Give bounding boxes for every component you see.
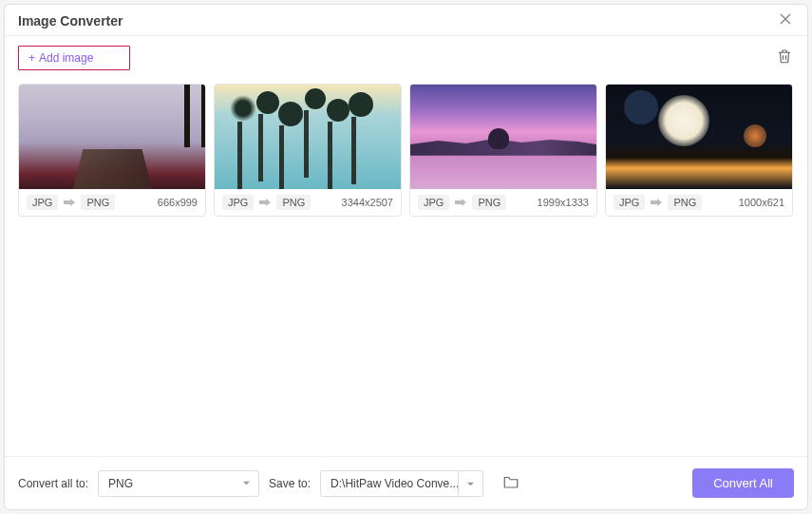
image-meta: JPG PNG 3344x2507 (215, 189, 401, 216)
arrow-right-icon (259, 198, 271, 207)
format-group: JPG PNG (222, 195, 311, 210)
target-format-badge[interactable]: PNG (276, 195, 311, 210)
close-button[interactable] (777, 12, 794, 29)
toolbar: + Add image (5, 36, 807, 78)
source-format-badge: JPG (418, 195, 449, 210)
footer: Convert all to: PNG Save to: D:\HitPaw V… (5, 456, 807, 509)
source-format-badge: JPG (222, 195, 254, 210)
convert-all-button[interactable]: Convert All (692, 468, 794, 498)
save-to-label: Save to: (269, 477, 311, 490)
image-dimensions: 666x999 (158, 197, 198, 208)
add-image-button[interactable]: + Add image (18, 46, 130, 70)
image-card[interactable]: JPG PNG 666x999 (18, 84, 206, 217)
image-thumbnail (215, 85, 401, 189)
format-group: JPG PNG (614, 195, 702, 210)
plus-icon: + (28, 51, 35, 65)
delete-all-button[interactable] (775, 48, 794, 67)
source-format-badge: JPG (27, 195, 58, 210)
target-format-badge[interactable]: PNG (81, 195, 115, 210)
image-meta: JPG PNG 1000x621 (606, 189, 792, 216)
image-thumbnail (19, 85, 205, 189)
output-format-select[interactable]: PNG (98, 470, 259, 497)
format-group: JPG PNG (418, 195, 506, 210)
output-format-value: PNG (108, 477, 133, 490)
format-group: JPG PNG (27, 195, 115, 210)
save-path-dropdown-button[interactable] (459, 470, 483, 497)
source-format-badge: JPG (614, 195, 645, 210)
image-meta: JPG PNG 666x999 (19, 189, 205, 216)
window-title: Image Converter (18, 13, 123, 29)
image-thumbnail (410, 85, 596, 189)
arrow-right-icon (64, 198, 75, 207)
image-converter-window: Image Converter + Add image JPG PNG (4, 4, 808, 510)
arrow-right-icon (651, 198, 662, 207)
save-path-value: D:\HitPaw Video Conve... (330, 477, 459, 490)
image-dimensions: 3344x2507 (342, 197, 393, 208)
save-path-group: D:\HitPaw Video Conve... (320, 470, 483, 497)
titlebar: Image Converter (5, 5, 807, 36)
image-card[interactable]: JPG PNG 3344x2507 (214, 84, 402, 217)
convert-all-to-label: Convert all to: (18, 477, 88, 490)
trash-icon (776, 48, 793, 68)
image-card[interactable]: JPG PNG 1999x1333 (409, 84, 597, 217)
add-image-label: Add image (39, 51, 93, 65)
image-dimensions: 1000x621 (739, 197, 784, 208)
chevron-down-icon (242, 479, 251, 487)
image-meta: JPG PNG 1999x1333 (410, 189, 596, 216)
target-format-badge[interactable]: PNG (472, 195, 506, 210)
image-dimensions: 1999x1333 (538, 197, 589, 208)
image-thumbnail (606, 85, 792, 189)
save-path-field[interactable]: D:\HitPaw Video Conve... (320, 470, 459, 497)
folder-icon (502, 474, 519, 493)
image-card[interactable]: JPG PNG 1000x621 (605, 84, 793, 217)
open-folder-button[interactable] (500, 473, 521, 494)
chevron-down-icon (466, 475, 475, 492)
image-grid: JPG PNG 666x999 JPG PNG 3344x2507 (5, 78, 807, 456)
arrow-right-icon (455, 198, 466, 207)
close-icon (779, 12, 792, 29)
target-format-badge[interactable]: PNG (668, 195, 702, 210)
